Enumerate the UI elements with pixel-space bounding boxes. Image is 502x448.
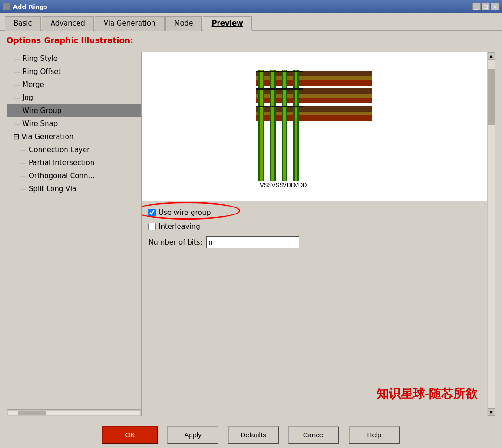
tree-panel: Ring Style Ring Offset Merge Jog Wire Gr… xyxy=(7,52,142,416)
watermark: 知识星球-随芯所欲 xyxy=(376,386,477,402)
scroll-track xyxy=(488,60,495,408)
dialog-content: Basic Advanced Via Generation Mode Previ… xyxy=(0,13,502,448)
tree-item-ring-offset[interactable]: Ring Offset xyxy=(7,65,141,78)
tree-item-wire-group[interactable]: Wire Group xyxy=(7,104,141,117)
svg-text:VSS: VSS xyxy=(271,181,284,188)
number-of-bits-label: Number of bits: xyxy=(148,238,203,247)
svg-rect-12 xyxy=(263,70,264,181)
tree-item-orthogonal-conn[interactable]: Orthogonal Conn... xyxy=(7,169,141,182)
use-wire-group-label[interactable]: Use wire group xyxy=(148,208,211,217)
defaults-button[interactable]: Defaults xyxy=(228,426,279,444)
svg-rect-18 xyxy=(286,70,287,181)
button-bar: OK Apply Defaults Cancel Help xyxy=(0,421,502,448)
tree-item-partial-intersection[interactable]: Partial Intersection xyxy=(7,156,141,169)
svg-text:VDD: VDD xyxy=(283,181,295,188)
cancel-button[interactable]: Cancel xyxy=(288,426,339,444)
preview-graphic: VSS VSS VDD VDD xyxy=(142,52,487,201)
right-inner: VSS VSS VDD VDD Use wir xyxy=(142,52,487,416)
tree-item-wire-snap[interactable]: Wire Snap xyxy=(7,117,141,130)
body: Options Graphic Illustration: Ring Style… xyxy=(0,31,502,421)
window-title: Add Rings xyxy=(13,3,47,10)
options-panel: Use wire group Interleaving Number of bi… xyxy=(142,201,487,416)
svg-rect-17 xyxy=(282,70,283,181)
tab-bar: Basic Advanced Via Generation Mode Previ… xyxy=(0,13,502,31)
interleaving-row: Interleaving xyxy=(148,220,480,234)
tree-item-via-generation[interactable]: Via Generation xyxy=(7,130,141,143)
close-button[interactable]: ✕ xyxy=(491,3,499,10)
maximize-button[interactable]: □ xyxy=(482,3,490,10)
svg-rect-15 xyxy=(274,70,276,181)
use-wire-group-text: Use wire group xyxy=(159,208,211,217)
number-of-bits-row: Number of bits: xyxy=(148,234,480,251)
svg-rect-21 xyxy=(297,70,299,181)
section-title: Options Graphic Illustration: xyxy=(7,36,495,45)
scroll-thumb[interactable] xyxy=(488,69,495,125)
interleaving-label[interactable]: Interleaving xyxy=(148,222,200,231)
tab-basic[interactable]: Basic xyxy=(5,16,41,31)
scroll-up-button[interactable]: ▲ xyxy=(488,52,495,60)
ok-button[interactable]: OK xyxy=(102,426,158,444)
svg-rect-23 xyxy=(256,88,303,90)
svg-text:VDD: VDD xyxy=(294,181,307,188)
main-area: Ring Style Ring Offset Merge Jog Wire Gr… xyxy=(7,52,495,416)
svg-rect-20 xyxy=(293,70,295,181)
tree-item-split-long-via[interactable]: Split Long Via xyxy=(7,182,141,195)
svg-text:VSS: VSS xyxy=(260,181,272,188)
svg-rect-22 xyxy=(256,71,303,72)
title-bar: Add Rings _ □ ✕ xyxy=(0,0,502,13)
app-icon xyxy=(3,3,10,10)
svg-rect-11 xyxy=(258,70,260,181)
minimize-button[interactable]: _ xyxy=(472,3,481,10)
apply-label: Apply xyxy=(184,431,202,439)
horizontal-scrollbar[interactable] xyxy=(7,409,141,416)
help-label: Help xyxy=(367,431,382,439)
cancel-label: Cancel xyxy=(303,431,325,439)
vertical-scrollbar[interactable]: ▲ ▼ xyxy=(487,52,495,416)
use-wire-group-row: Use wire group xyxy=(148,206,480,220)
scroll-down-button[interactable]: ▼ xyxy=(488,408,495,416)
tree-item-jog[interactable]: Jog xyxy=(7,91,141,104)
tab-via-generation[interactable]: Via Generation xyxy=(95,16,165,31)
apply-button[interactable]: Apply xyxy=(167,426,218,444)
help-button[interactable]: Help xyxy=(349,426,400,444)
tab-preview[interactable]: Preview xyxy=(203,16,252,31)
svg-rect-24 xyxy=(256,106,303,107)
tree-items: Ring Style Ring Offset Merge Jog Wire Gr… xyxy=(7,52,141,409)
tree-item-ring-style[interactable]: Ring Style xyxy=(7,52,141,65)
interleaving-text: Interleaving xyxy=(159,222,200,231)
use-wire-group-checkbox[interactable] xyxy=(148,209,156,216)
tab-mode[interactable]: Mode xyxy=(165,16,202,31)
number-of-bits-input[interactable] xyxy=(206,236,299,248)
defaults-label: Defaults xyxy=(240,431,266,439)
right-content: VSS VSS VDD VDD Use wir xyxy=(142,52,495,416)
svg-rect-14 xyxy=(270,70,271,181)
tab-advanced[interactable]: Advanced xyxy=(42,16,94,31)
tree-item-merge[interactable]: Merge xyxy=(7,78,141,91)
tree-item-connection-layer[interactable]: Connection Layer xyxy=(7,143,141,156)
interleaving-checkbox[interactable] xyxy=(148,223,156,230)
